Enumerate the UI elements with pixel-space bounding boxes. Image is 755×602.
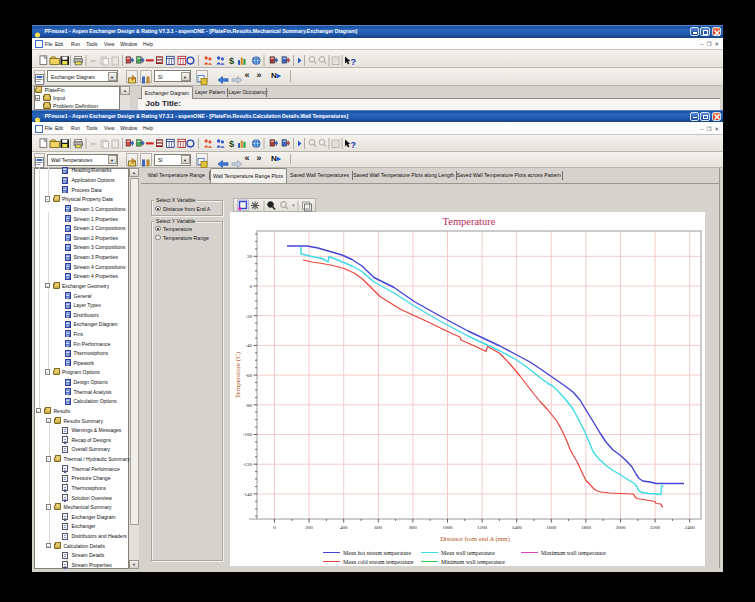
svg-text:Temperature: Temperature — [443, 216, 496, 227]
svg-text:-80: -80 — [245, 403, 252, 408]
svg-text:$: $ — [229, 56, 235, 66]
svg-text:-60: -60 — [245, 373, 252, 378]
svg-text:20: 20 — [247, 254, 253, 259]
svg-text:2000: 2000 — [616, 525, 627, 530]
svg-text:Mean cold stream temperature: Mean cold stream temperature — [343, 559, 414, 565]
svg-text:Mean wall temperature: Mean wall temperature — [441, 550, 495, 556]
svg-text:✂: ✂ — [90, 138, 97, 148]
svg-text:Temperature (C): Temperature (C) — [234, 351, 242, 398]
svg-text:Maximum wall temperature: Maximum wall temperature — [541, 550, 606, 556]
svg-text:1000: 1000 — [443, 525, 454, 530]
svg-text:200: 200 — [305, 525, 313, 530]
svg-text:1200: 1200 — [477, 525, 488, 530]
svg-text:2200: 2200 — [650, 525, 661, 530]
svg-text:Minimum wall temperature: Minimum wall temperature — [441, 559, 505, 565]
svg-text:-140: -140 — [243, 492, 253, 497]
svg-text:-20: -20 — [245, 314, 252, 319]
svg-text:1600: 1600 — [546, 525, 557, 530]
svg-text:$: $ — [229, 139, 235, 149]
svg-text:?: ? — [351, 139, 357, 149]
svg-text:2400: 2400 — [685, 525, 696, 530]
svg-text:400: 400 — [340, 525, 348, 530]
svg-text:-40: -40 — [245, 343, 252, 348]
svg-text:0: 0 — [273, 525, 276, 530]
svg-text:Mean hot stream temperature: Mean hot stream temperature — [343, 550, 412, 556]
svg-text:800: 800 — [409, 525, 417, 530]
svg-text:Distance from end A (mm): Distance from end A (mm) — [440, 535, 510, 543]
svg-text:-120: -120 — [243, 462, 253, 467]
svg-text:1400: 1400 — [512, 525, 523, 530]
svg-text:-100: -100 — [243, 432, 253, 437]
svg-text:✂: ✂ — [90, 56, 97, 66]
svg-text:1800: 1800 — [581, 525, 592, 530]
svg-text:600: 600 — [375, 525, 383, 530]
svg-text:?: ? — [351, 57, 357, 67]
svg-text:0: 0 — [250, 284, 253, 289]
